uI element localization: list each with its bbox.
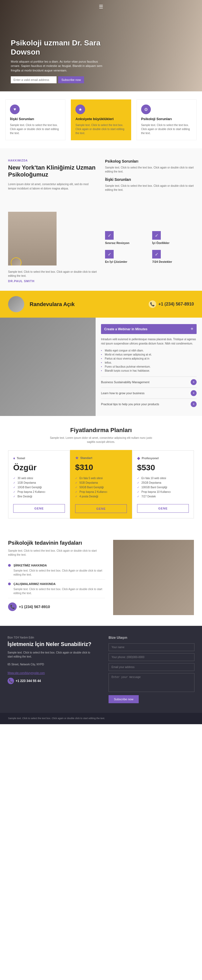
webinar-item-icon-3: + bbox=[191, 401, 197, 407]
feature-icon-2: ★ bbox=[75, 105, 85, 114]
check-item-4: ✓ 7/24 Destekler bbox=[152, 250, 194, 263]
cta-banner-text: Randevulara Açık bbox=[30, 301, 75, 307]
list-item: Mattis eget congue ut nibh diam. bbox=[101, 348, 197, 353]
plan-btn-2[interactable]: GENE bbox=[75, 504, 127, 513]
webinar-title-bar: Create a Webinar in Minutes + bbox=[101, 324, 197, 334]
plan-feature: Prop başına 2 Kullanıcı bbox=[13, 490, 65, 494]
iliski-text: Sample text. Click to select the text bo… bbox=[105, 184, 194, 192]
webinar-expand-icon[interactable]: + bbox=[191, 326, 193, 332]
doctor-section: Sample text. Click to select the text bo… bbox=[0, 206, 202, 291]
footer-name-input[interactable] bbox=[109, 643, 194, 651]
feature-text-2: Sample text. Click to select the text bo… bbox=[75, 123, 126, 135]
doctor-image bbox=[8, 212, 56, 266]
cta-banner: Randevulara Açık 📞 +1 (234) 567-8910 bbox=[0, 291, 202, 318]
plan-name-3: Profesyonel bbox=[142, 457, 159, 460]
hero-content: Psikoloji uzmanı Dr. Sara Dowson Morbi a… bbox=[11, 38, 108, 83]
plan-feature: En fala 10 web sitesi bbox=[137, 476, 189, 480]
benefits-phone[interactable]: 📞 +1 (234) 567-8910 bbox=[8, 603, 105, 611]
about-section: HAKKIMIZDA New York'tan Kliniğimiz Uzman… bbox=[0, 148, 202, 206]
plan-name-1: Temel bbox=[17, 457, 25, 460]
plan-features-3: En fala 10 web sitesi 25GB Depolama 100G… bbox=[137, 476, 189, 499]
hero-submit-button[interactable]: Subscribe now bbox=[58, 76, 84, 83]
check-grid: ✓ Sınırsız Revizyon ✓ İyi Özellikler ✓ E… bbox=[105, 231, 194, 263]
plan-icon-3: ◆ bbox=[137, 456, 140, 460]
accordion-title-2: ÇALIŞMALARIMIZ HAKKINDA bbox=[13, 582, 56, 585]
benefits-title: Psikolojik tedavinin faydaları bbox=[8, 540, 105, 546]
footer-phone-row[interactable]: 📞 +1 223 344 55 44 bbox=[8, 678, 93, 684]
footer-phone-input[interactable] bbox=[109, 653, 194, 661]
psikolog-title: Psikolog Sorunları bbox=[105, 159, 194, 163]
footer-submit-button[interactable]: Subscribe now bbox=[109, 695, 139, 703]
webinar-item-title-3: Practical tips to help you price your pr… bbox=[101, 402, 159, 406]
plan-feature: 5GB Depolama bbox=[75, 480, 127, 485]
about-tag: HAKKIMIZDA bbox=[8, 159, 97, 162]
webinar-item-icon-2: + bbox=[191, 390, 197, 396]
feature-card-3: ⚙ Psikoloji Sorunları Sample text. Click… bbox=[136, 99, 197, 140]
phone-icon: 📞 bbox=[149, 301, 156, 308]
plan-label-2: ★ Standart bbox=[75, 456, 127, 460]
webinar-item-1[interactable]: Business Sustainability Management + bbox=[101, 377, 197, 388]
accordion-header-1[interactable]: ŞİRKETİMİZ HAKKINDA bbox=[8, 564, 105, 567]
footer-cta: Bize 7/24 Yardım Edin İşletmeniz İçin Ne… bbox=[0, 626, 202, 713]
webinar-description: Intradum velit euismod in pellentesque m… bbox=[101, 337, 197, 346]
footer-cta-subtitle-small: Bize 7/24 Yardım Edin bbox=[8, 635, 93, 640]
hero-title: Psikoloji uzmanı Dr. Sara Dowson bbox=[11, 38, 108, 56]
accordion-dot-2 bbox=[8, 582, 11, 585]
list-item: Morbi et metus semper adipiscing at et. bbox=[101, 353, 197, 356]
feature-card-2: ★ Anksiyete büyüklükleri Sample text. Cl… bbox=[71, 99, 131, 140]
feature-text-1: Sample text. Click to select the text bo… bbox=[10, 123, 61, 135]
check-label-3: En İyi Çözümler bbox=[105, 260, 127, 263]
benefits-left: Psikolojik tedavinin faydaları Sample te… bbox=[8, 540, 105, 615]
footer-phone-icon: 📞 bbox=[8, 678, 14, 684]
plan-feature: 10GB Bant Genişliği bbox=[13, 485, 65, 490]
benefits-image bbox=[113, 540, 194, 615]
plan-feature: En fala 5 web sitesi bbox=[75, 476, 127, 480]
about-right: Psikolog Sorunları Sample text. Click to… bbox=[105, 159, 194, 196]
hero-description: Morbi aliquam ut porttitor leo a diam. A… bbox=[11, 59, 108, 73]
webinar-item-3[interactable]: Practical tips to help you price your pr… bbox=[101, 398, 197, 409]
pricing-card-3: ◆ Profesyonel $530 En fala 10 web sitesi… bbox=[132, 450, 194, 519]
webinar-section: Create a Webinar in Minutes + Intradum v… bbox=[0, 318, 202, 416]
list-item: Partus at risus viverra adipiscing at in bbox=[101, 356, 197, 361]
accordion-header-2[interactable]: ÇALIŞMALARIMIZ HAKKINDA bbox=[8, 582, 105, 585]
about-description: Lorem ipsum dolor sit amet, consectetur … bbox=[8, 182, 97, 191]
webinar-content: Create a Webinar in Minutes + Intradum v… bbox=[96, 318, 202, 416]
footer-email-input[interactable] bbox=[109, 663, 194, 671]
plan-price-1: Özgür bbox=[13, 463, 65, 472]
pricing-title: Fiyatlandırma Planları bbox=[8, 427, 194, 434]
plan-btn-3[interactable]: GENE bbox=[137, 504, 189, 513]
footer-form: Subscribe now bbox=[109, 643, 194, 703]
pricing-desc: Sample text. Lorem ipsum dolor sit amet,… bbox=[47, 436, 155, 444]
check-icon-4: ✓ bbox=[152, 250, 161, 258]
feature-icon-3: ⚙ bbox=[141, 105, 151, 114]
webinar-item-title-1: Business Sustainability Management bbox=[101, 380, 149, 384]
plan-label-1: ♦ Temel bbox=[13, 456, 65, 460]
benefits-phone-number: +1 (234) 567-8910 bbox=[19, 605, 50, 609]
pricing-card-1: ♦ Temel Özgür 30 web sitesi 1GB Depolama… bbox=[8, 450, 70, 519]
webinar-item-icon-1: + bbox=[191, 379, 197, 385]
webinar-item-2[interactable]: Learn how to grow your business + bbox=[101, 388, 197, 398]
plan-feature: 7/27 Destek bbox=[137, 494, 189, 499]
plan-price-3: $530 bbox=[137, 463, 189, 472]
phone-icon: 📞 bbox=[8, 603, 17, 611]
footer-message-input[interactable] bbox=[109, 673, 194, 692]
cta-phone-number: +1 (234) 567-8910 bbox=[159, 302, 194, 307]
plan-feature: 25GB Depolama bbox=[137, 480, 189, 485]
feature-title-2: Anksiyete büyüklükleri bbox=[75, 117, 126, 121]
hero-email-input[interactable] bbox=[11, 76, 56, 83]
cta-banner-image bbox=[8, 296, 24, 312]
footer-address: 65 Street, Network City, NYPD bbox=[8, 662, 93, 667]
accordion-item-2: ÇALIŞMALARIMIZ HAKKINDA Sample text. Cli… bbox=[8, 580, 105, 598]
feature-icon-1: ♥ bbox=[10, 105, 20, 114]
plan-btn-1[interactable]: GENE bbox=[13, 504, 65, 513]
footer-website[interactable]: Www.site.com/blurymysite.com bbox=[8, 671, 45, 675]
hamburger-menu[interactable]: ☰ bbox=[99, 4, 103, 10]
webinar-title: Create a Webinar in Minutes bbox=[104, 327, 147, 331]
feature-title-3: Psikoloji Sorunları bbox=[141, 117, 192, 121]
accordion-title-1: ŞİRKETİMİZ HAKKINDA bbox=[13, 564, 47, 567]
cta-phone[interactable]: 📞 +1 (234) 567-8910 bbox=[149, 301, 194, 308]
plan-feature: Prop başına 2 Kullanıcı bbox=[75, 490, 127, 494]
footer-cta-right: Bize Ulaşın Subscribe now bbox=[101, 626, 202, 713]
doctor-name: DR.PAUL SMITH bbox=[8, 280, 97, 283]
webinar-item-title-2: Learn how to grow your business bbox=[101, 391, 144, 395]
